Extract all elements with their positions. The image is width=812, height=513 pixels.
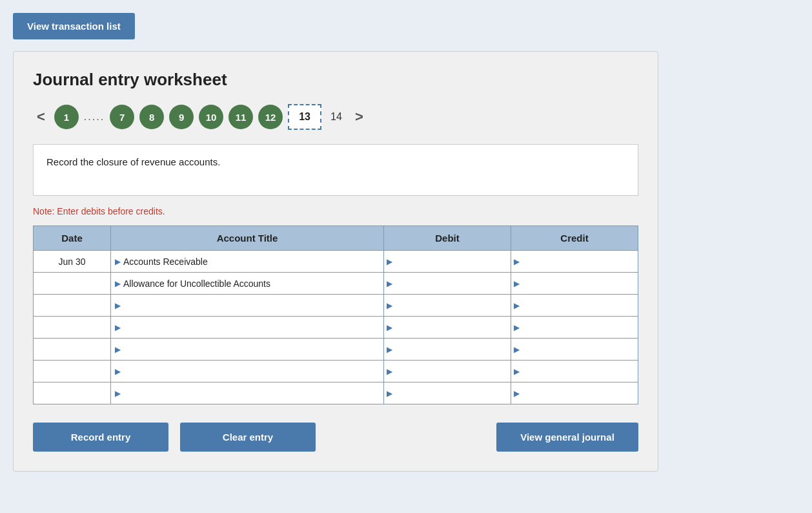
debit-input-3[interactable]	[392, 317, 511, 338]
page-1-button[interactable]: 1	[54, 105, 79, 129]
debit-input-2[interactable]	[392, 295, 511, 316]
page-11-button[interactable]: 11	[228, 105, 253, 129]
journal-table: Date Account Title Debit Credit Jun 30▶A…	[33, 225, 638, 404]
credit-cell-4[interactable]: ▶	[511, 339, 638, 361]
record-entry-button[interactable]: Record entry	[33, 423, 168, 452]
account-title-header: Account Title	[111, 226, 384, 251]
page-8-button[interactable]: 8	[139, 105, 164, 129]
worksheet-container: Journal entry worksheet < 1 ..... 7 8 9 …	[13, 51, 658, 472]
debit-cell-1[interactable]: ▶	[384, 273, 511, 295]
debit-cell-0[interactable]: ▶	[384, 251, 511, 273]
account-cell-5[interactable]: ▶	[111, 361, 384, 382]
account-cell-2[interactable]: ▶	[111, 295, 384, 317]
table-row: ▶▶▶	[34, 317, 638, 339]
date-cell-3[interactable]	[34, 317, 111, 339]
credit-cell-0[interactable]: ▶	[511, 251, 638, 273]
credit-input-5[interactable]	[520, 361, 638, 382]
debit-cell-3[interactable]: ▶	[384, 317, 511, 339]
pagination-dots: .....	[84, 111, 105, 123]
table-row: ▶▶▶	[34, 295, 638, 317]
note-text: Note: Enter debits before credits.	[33, 206, 638, 216]
instruction-box: Record the closure of revenue accounts.	[33, 144, 638, 196]
credit-cell-6[interactable]: ▶	[511, 382, 638, 404]
bottom-buttons: Record entry Clear entry View general jo…	[33, 423, 638, 452]
debit-cell-2[interactable]: ▶	[384, 295, 511, 317]
account-cell-4[interactable]: ▶	[111, 339, 384, 361]
date-cell-0[interactable]: Jun 30	[34, 251, 111, 273]
table-row: ▶▶▶	[34, 339, 638, 361]
page-7-button[interactable]: 7	[110, 105, 134, 129]
date-cell-6[interactable]	[34, 382, 111, 404]
clear-entry-button[interactable]: Clear entry	[180, 423, 316, 452]
prev-page-button[interactable]: <	[33, 107, 49, 127]
debit-cell-6[interactable]: ▶	[384, 382, 511, 404]
view-general-journal-button[interactable]: View general journal	[496, 423, 638, 452]
credit-input-1[interactable]	[520, 273, 638, 294]
account-cell-0[interactable]: ▶Accounts Receivable	[111, 251, 384, 273]
date-cell-4[interactable]	[34, 339, 111, 361]
page-9-button[interactable]: 9	[169, 105, 194, 129]
credit-header: Credit	[511, 226, 638, 251]
credit-input-0[interactable]	[520, 251, 638, 272]
page-10-button[interactable]: 10	[199, 105, 223, 129]
debit-cell-5[interactable]: ▶	[384, 361, 511, 382]
worksheet-title: Journal entry worksheet	[33, 70, 638, 90]
debit-input-4[interactable]	[392, 339, 511, 360]
debit-input-1[interactable]	[392, 273, 511, 294]
date-header: Date	[34, 226, 111, 251]
account-cell-1[interactable]: ▶Allowance for Uncollectible Accounts	[111, 273, 384, 295]
credit-input-3[interactable]	[520, 317, 638, 338]
credit-cell-3[interactable]: ▶	[511, 317, 638, 339]
credit-cell-1[interactable]: ▶	[511, 273, 638, 295]
debit-cell-4[interactable]: ▶	[384, 339, 511, 361]
next-page-button[interactable]: >	[351, 107, 367, 127]
debit-input-0[interactable]	[392, 251, 511, 272]
credit-input-6[interactable]	[520, 382, 638, 404]
pagination: < 1 ..... 7 8 9 10 11 12 13 14 >	[33, 104, 638, 130]
table-row: ▶▶▶	[34, 382, 638, 404]
page-13-box[interactable]: 13	[288, 104, 321, 130]
account-cell-6[interactable]: ▶	[111, 382, 384, 404]
account-cell-3[interactable]: ▶	[111, 317, 384, 339]
debit-input-6[interactable]	[392, 382, 511, 404]
view-transaction-button[interactable]: View transaction list	[13, 13, 135, 39]
credit-input-2[interactable]	[520, 295, 638, 316]
page-14-label[interactable]: 14	[327, 110, 346, 124]
date-cell-2[interactable]	[34, 295, 111, 317]
debit-input-5[interactable]	[392, 361, 511, 382]
page-12-button[interactable]: 12	[258, 105, 283, 129]
credit-cell-2[interactable]: ▶	[511, 295, 638, 317]
table-row: ▶Allowance for Uncollectible Accounts▶▶	[34, 273, 638, 295]
credit-input-4[interactable]	[520, 339, 638, 360]
date-cell-5[interactable]	[34, 361, 111, 382]
date-cell-1[interactable]	[34, 273, 111, 295]
credit-cell-5[interactable]: ▶	[511, 361, 638, 382]
debit-header: Debit	[384, 226, 511, 251]
table-row: ▶▶▶	[34, 361, 638, 382]
table-row: Jun 30▶Accounts Receivable▶▶	[34, 251, 638, 273]
